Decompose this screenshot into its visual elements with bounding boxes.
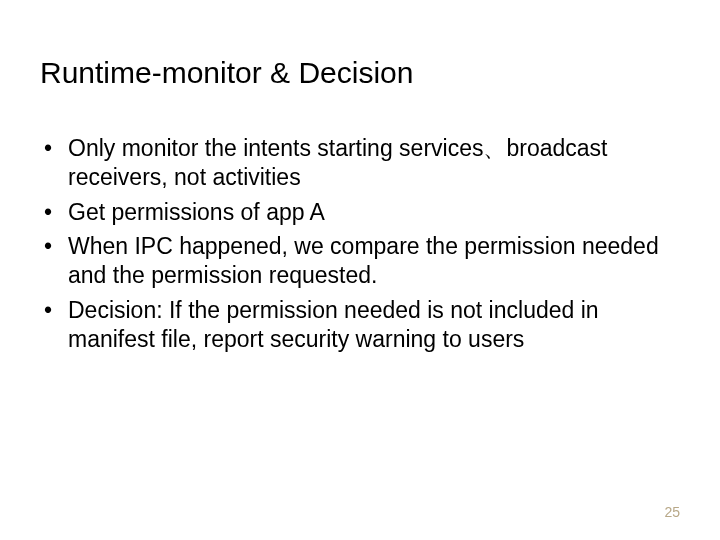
list-item: Get permissions of app A	[40, 198, 680, 227]
slide-title: Runtime-monitor & Decision	[40, 56, 680, 90]
bullet-list: Only monitor the intents starting servic…	[40, 134, 680, 353]
list-item: When IPC happened, we compare the permis…	[40, 232, 680, 290]
list-item: Only monitor the intents starting servic…	[40, 134, 680, 192]
page-number: 25	[664, 504, 680, 520]
list-item: Decision: If the permission needed is no…	[40, 296, 680, 354]
